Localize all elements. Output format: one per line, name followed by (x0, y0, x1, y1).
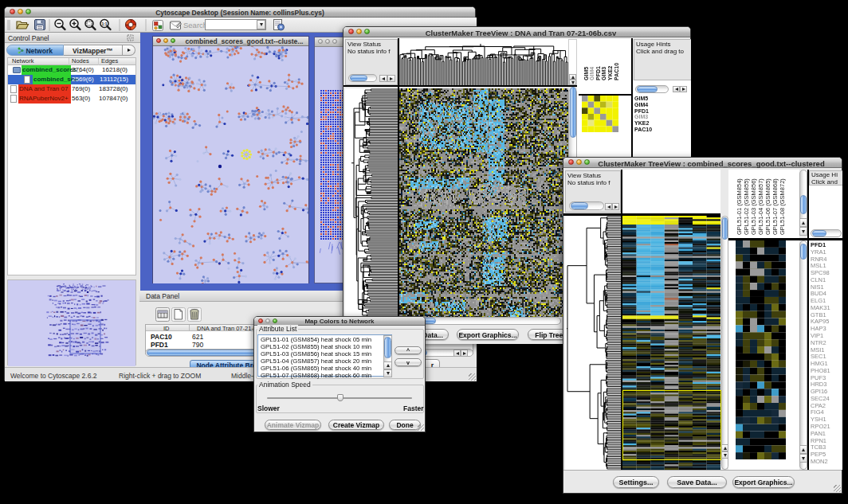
svg-text:1:1: 1:1 (101, 21, 107, 26)
